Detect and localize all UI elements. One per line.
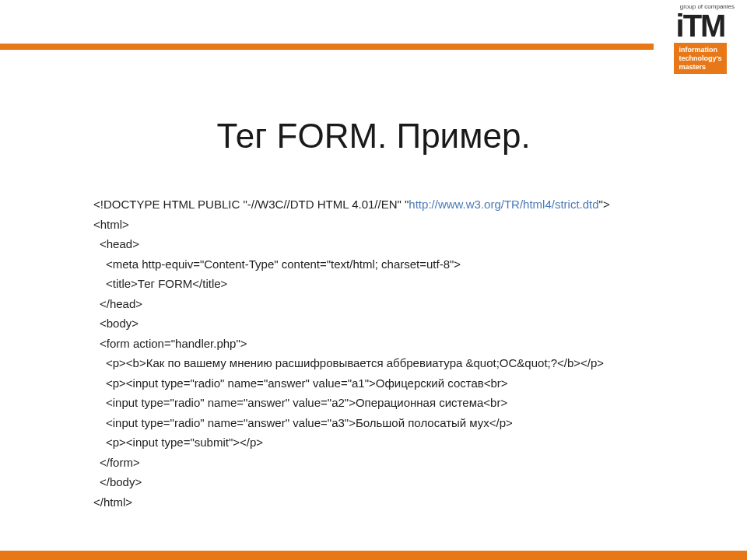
- code-line: </html>: [93, 492, 685, 513]
- code-line: </head>: [93, 294, 685, 314]
- code-line: <form action="handler.php">: [93, 334, 685, 354]
- code-example: <!DOCTYPE HTML PUBLIC "-//W3C//DTD HTML …: [93, 194, 685, 512]
- logo-text: iTM: [661, 12, 739, 40]
- code-line: <title>Тег FORM</title>: [93, 274, 685, 294]
- code-line: </body>: [93, 472, 685, 492]
- code-line: <!DOCTYPE HTML PUBLIC "-//W3C//DTD HTML …: [93, 194, 685, 215]
- logo-box-line: masters: [679, 63, 721, 72]
- header-separator: [0, 44, 654, 50]
- logo: group of companies iTM information techn…: [661, 3, 739, 74]
- code-line: <p><input type="submit"></p>: [93, 432, 685, 453]
- logo-box-line: technology's: [679, 54, 721, 63]
- code-line: <body>: [93, 313, 685, 334]
- code-line: <head>: [93, 234, 685, 254]
- code-line: <meta http-equiv="Content-Type" content=…: [93, 254, 685, 275]
- logo-box-line: information: [679, 46, 721, 54]
- code-line: <p><input type="radio" name="answer" val…: [93, 373, 685, 394]
- code-line: <input type="radio" name="answer" value=…: [93, 393, 685, 413]
- code-line: <input type="radio" name="answer" value=…: [93, 413, 685, 433]
- code-line: <html>: [93, 215, 685, 235]
- footer-bar: [0, 551, 747, 560]
- code-line: </form>: [93, 453, 685, 473]
- slide-title: Тег FORM. Пример.: [0, 117, 747, 156]
- logo-box: information technology's masters: [674, 43, 726, 74]
- code-line: <p><b>Как по вашему мнению расшифровывае…: [93, 353, 685, 373]
